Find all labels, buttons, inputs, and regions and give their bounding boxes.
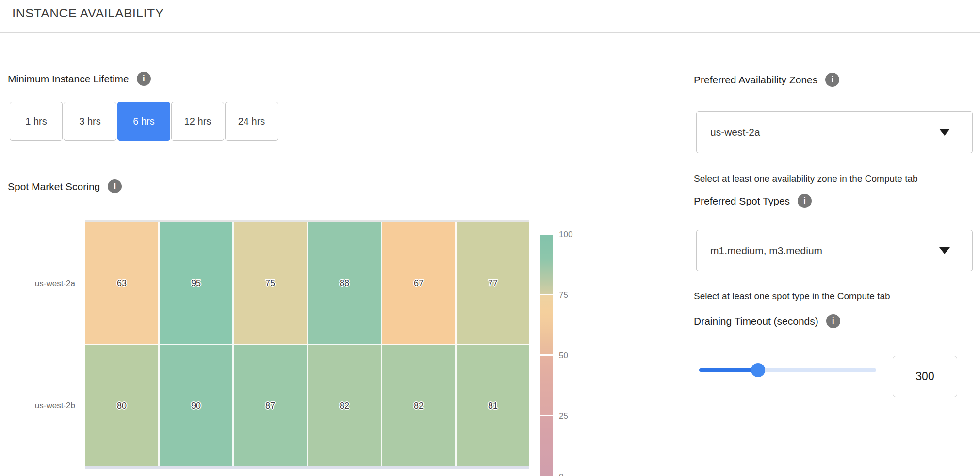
heatmap-cell: 95 xyxy=(160,222,234,345)
availability-zones-selected-value: us-west-2a xyxy=(710,127,760,138)
info-icon[interactable] xyxy=(825,73,839,87)
availability-zones-helper-text: Select at least one availability zone in… xyxy=(694,174,918,184)
colorbar-segment xyxy=(540,235,553,294)
heatmap-row: 809087828281 xyxy=(85,345,529,466)
heatmap-cell-value: 87 xyxy=(265,401,275,411)
dropdown-caret-icon xyxy=(939,247,950,254)
colorbar-tick-label: 0 xyxy=(559,472,563,476)
heatmap-row: 639575886777 xyxy=(85,222,529,345)
heatmap-row-label: us-west-2b xyxy=(7,401,75,411)
lifetime-option-24-hrs[interactable]: 24 hrs xyxy=(225,102,278,141)
heatmap-cell: 88 xyxy=(308,222,382,345)
heatmap-cell-value: 81 xyxy=(488,401,498,411)
lifetime-option-1-hrs[interactable]: 1 hrs xyxy=(10,102,63,141)
colorbar-segment xyxy=(540,356,553,415)
spot-types-select[interactable]: m1.medium, m3.medium xyxy=(696,230,973,271)
spot-market-scoring-label-text: Spot Market Scoring xyxy=(8,181,100,192)
colorbar-tick-label: 50 xyxy=(559,351,568,361)
spot-market-heatmap: 639575886777809087828281 xyxy=(85,220,529,469)
heatmap-cell-value: 80 xyxy=(117,401,127,411)
heatmap-cell: 82 xyxy=(382,345,457,466)
heatmap-cell-value: 82 xyxy=(414,401,424,411)
preferred-availability-zones-label: Preferred Availability Zones xyxy=(694,73,839,87)
heatmap-cell: 75 xyxy=(234,222,308,345)
lifetime-button-group: 1 hrs3 hrs6 hrs12 hrs24 hrs xyxy=(10,102,278,141)
preferred-availability-zones-label-text: Preferred Availability Zones xyxy=(694,74,817,86)
heatmap-cell-value: 82 xyxy=(340,401,349,411)
availability-zones-select[interactable]: us-west-2a xyxy=(696,111,973,153)
preferred-spot-types-label-text: Preferred Spot Types xyxy=(694,195,790,207)
heatmap-cell: 90 xyxy=(160,345,234,466)
colorbar-tick-label: 75 xyxy=(559,290,568,300)
slider-fill xyxy=(699,368,758,372)
instance-availability-panel: INSTANCE AVAILABILITY Minimum Instance L… xyxy=(0,0,980,476)
preferred-spot-types-label: Preferred Spot Types xyxy=(694,194,812,208)
minimum-instance-lifetime-label: Minimum Instance Lifetime xyxy=(8,72,151,86)
colorbar-tick-label: 25 xyxy=(559,412,568,421)
heatmap-cell-value: 90 xyxy=(191,401,201,411)
minimum-instance-lifetime-label-text: Minimum Instance Lifetime xyxy=(8,73,129,85)
info-icon[interactable] xyxy=(798,194,812,208)
heatmap-cell-value: 75 xyxy=(265,278,275,288)
header-divider xyxy=(0,32,980,33)
heatmap-cell-value: 63 xyxy=(117,278,127,288)
info-icon[interactable] xyxy=(826,314,840,328)
page-title: INSTANCE AVAILABILITY xyxy=(12,6,163,21)
lifetime-option-6-hrs[interactable]: 6 hrs xyxy=(117,102,170,141)
colorbar-tick-label: 100 xyxy=(559,230,572,239)
heatmap-cell-value: 67 xyxy=(414,278,424,288)
heatmap-cell-value: 77 xyxy=(488,278,498,288)
info-icon[interactable] xyxy=(137,72,151,86)
colorbar-segment xyxy=(540,416,553,476)
heatmap-cell: 82 xyxy=(308,345,382,466)
heatmap-cell: 63 xyxy=(85,222,160,345)
spot-types-selected-value: m1.medium, m3.medium xyxy=(710,245,822,256)
heatmap-bottom-strip xyxy=(85,466,529,469)
heatmap-cell: 80 xyxy=(85,345,160,466)
heatmap-cell: 81 xyxy=(457,345,529,466)
heatmap-cell: 77 xyxy=(457,222,529,345)
colorbar-segment xyxy=(540,295,553,354)
spot-types-helper-text: Select at least one spot type in the Com… xyxy=(694,291,890,301)
slider-thumb[interactable] xyxy=(751,363,765,377)
dropdown-caret-icon xyxy=(939,129,950,136)
draining-timeout-label-text: Draining Timeout (seconds) xyxy=(694,316,818,327)
heatmap-cell: 67 xyxy=(382,222,457,345)
heatmap-cell: 87 xyxy=(234,345,308,466)
info-icon[interactable] xyxy=(108,179,122,193)
draining-timeout-slider[interactable] xyxy=(699,368,876,372)
heatmap-colorbar xyxy=(540,235,553,476)
lifetime-option-12-hrs[interactable]: 12 hrs xyxy=(171,102,224,141)
lifetime-option-3-hrs[interactable]: 3 hrs xyxy=(64,102,116,141)
draining-timeout-input[interactable] xyxy=(893,356,957,397)
heatmap-row-label: us-west-2a xyxy=(7,279,75,288)
draining-timeout-label: Draining Timeout (seconds) xyxy=(694,314,840,328)
heatmap-cell-value: 88 xyxy=(340,278,349,288)
heatmap-cell-value: 95 xyxy=(191,278,201,288)
heatmap-grid: 639575886777809087828281 xyxy=(85,222,529,466)
spot-market-scoring-label: Spot Market Scoring xyxy=(8,179,122,193)
